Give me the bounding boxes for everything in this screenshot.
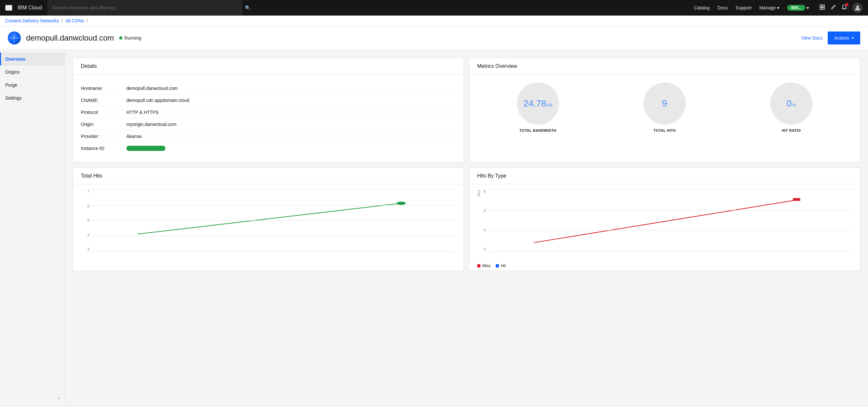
manage-label: Manage	[759, 5, 776, 10]
chart-legend: Miss Hit	[469, 261, 860, 271]
protocol-value: HTTP & HTTPS	[126, 110, 158, 115]
sidebar-navigation: Overview Origins Purge Settings	[0, 53, 65, 104]
nav-icon-group	[819, 3, 863, 13]
actions-button[interactable]: Actions ▾	[828, 32, 860, 44]
provider-label: Provider:	[81, 134, 126, 139]
breadcrumb-sep-1: /	[62, 18, 63, 23]
sidebar-item-purge[interactable]: Purge	[0, 78, 65, 92]
main-content: Details Hostname: demopull.danwcloud.com…	[65, 50, 868, 404]
details-card: Details Hostname: demopull.danwcloud.com…	[73, 58, 464, 162]
breadcrumb-all-cdns-link[interactable]: All CDNs	[66, 18, 84, 23]
total-hits-plot	[92, 190, 456, 251]
details-table: Hostname: demopull.danwcloud.com CNAME: …	[81, 82, 456, 154]
manage-chevron-icon: ▾	[777, 5, 779, 10]
details-row-cname: CNAME: demopull.cdn.appdomain.cloud	[81, 95, 456, 106]
legend-hit-dot	[496, 264, 499, 267]
collapse-chevron-icon: ‹	[58, 395, 59, 401]
hit-ratio-value: 0%	[786, 98, 796, 109]
search-input[interactable]	[48, 0, 242, 15]
origin-value: myorigin.danwcloud.com	[126, 122, 176, 127]
sidebar-item-overview[interactable]: Overview	[0, 53, 65, 66]
legend-miss-dot	[477, 264, 480, 267]
resources-icon[interactable]	[819, 4, 825, 12]
details-row-provider: Provider: Akamai	[81, 131, 456, 142]
hits-by-type-plot	[488, 190, 852, 251]
y-label-3: 3	[81, 247, 91, 251]
hits-by-type-chart-header: Hits By Type	[469, 168, 860, 184]
hit-ratio-label: HIT RATIO	[782, 129, 801, 132]
breadcrumb-cdn-link[interactable]: Content Delivery Networks	[5, 18, 59, 23]
hbt-y-label-3: 3	[477, 247, 487, 251]
instance-id-label: Instance ID:	[81, 146, 126, 151]
sidebar-item-settings[interactable]: Settings	[0, 92, 65, 104]
account-status-pill: IBM...	[787, 5, 805, 11]
legend-hit-label: Hit	[501, 264, 506, 268]
breadcrumb-sep-2: /	[86, 18, 88, 23]
metrics-overview-card: Metrics Overview 24.78KB TOTAL BANDWIDTH	[469, 58, 860, 162]
total-hits-y-labels: 7 6 5 4 3	[81, 190, 91, 251]
hits-by-type-chart-body: Hits 6 5 4 3	[469, 184, 860, 261]
y-label-5: 5	[81, 218, 91, 222]
brand-logo: IBM Cloud	[18, 5, 42, 11]
cname-label: CNAME:	[81, 98, 126, 103]
status-badge: Running	[119, 35, 141, 41]
svg-rect-3	[823, 7, 825, 9]
y-label-4: 4	[81, 233, 91, 237]
notification-badge	[845, 3, 848, 6]
hits-by-type-chart-area: Hits 6 5 4 3	[477, 190, 852, 261]
sidebar-item-origins[interactable]: Origins	[0, 66, 65, 78]
total-hits-circle: 9	[644, 82, 686, 125]
details-row-protocol: Protocol: HTTP & HTTPS	[81, 106, 456, 118]
metric-bandwidth: 24.78KB TOTAL BANDWIDTH	[517, 82, 559, 132]
metrics-card-header: Metrics Overview	[469, 58, 860, 75]
page-title: demopull.danwcloud.com	[26, 33, 114, 42]
sidebar: Overview Origins Purge Settings ‹	[0, 50, 65, 404]
notifications-icon[interactable]	[841, 4, 847, 12]
hbt-y-label-6: 6	[477, 190, 487, 194]
account-chevron-icon: ▾	[807, 5, 809, 10]
cdn-globe-icon	[8, 32, 21, 44]
docs-link[interactable]: Docs	[717, 5, 728, 10]
svg-rect-2	[820, 7, 822, 9]
legend-hit: Hit	[496, 264, 506, 268]
content-grid: Details Hostname: demopull.danwcloud.com…	[73, 58, 860, 271]
cname-value: demopull.cdn.appdomain.cloud	[126, 98, 189, 103]
sidebar-collapse-button[interactable]: ‹	[0, 392, 65, 404]
metric-hit-ratio: 0% HIT RATIO	[770, 82, 812, 132]
top-navigation: IBM Cloud 🔍 Catalog Docs Support Manage …	[0, 0, 868, 15]
hbt-y-label-4: 4	[477, 228, 487, 232]
page-header-left: demopull.danwcloud.com Running	[8, 32, 141, 44]
actions-chevron-icon: ▾	[852, 36, 854, 40]
bandwidth-value: 24.78KB	[523, 98, 552, 109]
total-hits-chart-header: Total Hits	[73, 168, 464, 184]
status-text: Running	[124, 35, 141, 41]
support-link[interactable]: Support	[736, 5, 751, 10]
edit-icon[interactable]	[830, 4, 836, 12]
bandwidth-label: TOTAL BANDWIDTH	[520, 129, 556, 132]
details-row-instance-id: Instance ID:	[81, 142, 456, 154]
y-label-7: 7	[81, 190, 91, 194]
hits-by-type-gridlines	[488, 190, 852, 251]
bandwidth-circle: 24.78KB	[517, 82, 559, 125]
search-icon[interactable]: 🔍	[245, 5, 250, 10]
total-hits-chart-body: 7 6 5 4 3	[73, 184, 464, 261]
total-hits-value: 9	[662, 98, 667, 109]
manage-menu[interactable]: Manage ▾	[759, 5, 779, 10]
view-docs-button[interactable]: View Docs	[801, 35, 823, 41]
svg-rect-1	[823, 5, 825, 7]
catalog-link[interactable]: Catalog	[694, 5, 710, 10]
hits-by-type-chart-card: Hits By Type Hits 6 5 4 3	[469, 167, 860, 271]
hostname-label: Hostname:	[81, 86, 126, 91]
account-switcher[interactable]: IBM... ▾	[787, 5, 809, 11]
status-dot	[119, 36, 122, 40]
hamburger-menu[interactable]	[5, 5, 12, 11]
svg-point-4	[856, 5, 859, 8]
total-hits-gridlines	[92, 190, 456, 251]
hits-by-type-y-labels: 6 5 4 3	[477, 190, 487, 251]
page-header: demopull.danwcloud.com Running View Docs…	[0, 26, 868, 50]
user-avatar[interactable]	[852, 3, 863, 13]
nav-links: Catalog Docs Support Manage ▾ IBM... ▾	[694, 3, 863, 13]
origin-label: Origin:	[81, 122, 126, 127]
hbt-y-label-5: 5	[477, 209, 487, 212]
instance-id-bar	[126, 146, 165, 151]
